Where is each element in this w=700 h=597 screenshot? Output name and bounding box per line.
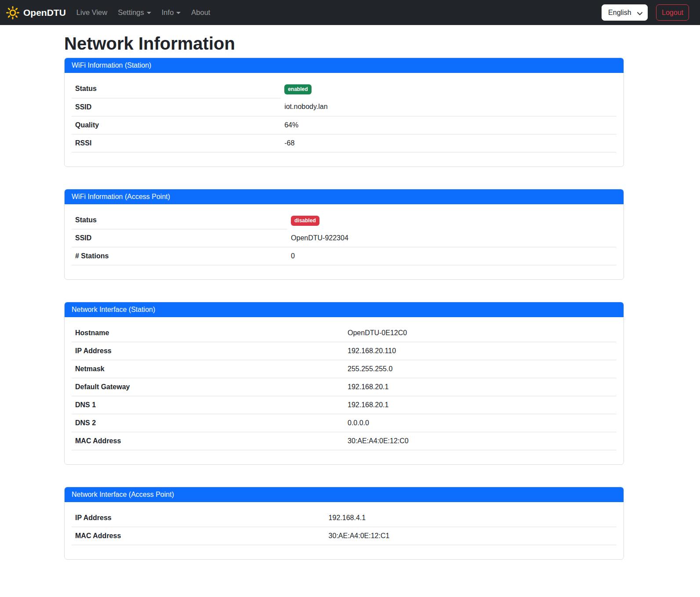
table-row: Status enabled	[72, 80, 617, 98]
row-value: OpenDTU-922304	[287, 229, 617, 247]
table-row: Netmask 255.255.255.0	[72, 360, 617, 378]
nav-item-info[interactable]: Info	[158, 5, 185, 20]
row-value: 30:AE:A4:0E:12:C0	[344, 432, 617, 450]
table-row: Default Gateway 192.168.20.1	[72, 378, 617, 396]
row-label: RSSI	[72, 134, 281, 152]
card-wifi-station: WiFi Information (Station) Status enable…	[64, 58, 624, 167]
card-header: Network Interface (Access Point)	[65, 487, 624, 502]
card-header: WiFi Information (Access Point)	[65, 189, 624, 204]
table-row: Quality 64%	[72, 116, 617, 134]
row-label: Default Gateway	[72, 378, 344, 396]
row-label: MAC Address	[72, 432, 344, 450]
card-header: Network Interface (Station)	[65, 302, 624, 317]
row-label: # Stations	[72, 247, 287, 265]
row-label: SSID	[72, 229, 287, 247]
brand-link[interactable]: OpenDTU	[6, 6, 66, 19]
main-content: Network Information WiFi Information (St…	[64, 33, 624, 560]
row-value: 192.168.4.1	[325, 509, 617, 527]
table-row: IP Address 192.168.4.1	[72, 509, 617, 527]
table-row: MAC Address 30:AE:A4:0E:12:C1	[72, 527, 617, 545]
page-title: Network Information	[64, 33, 624, 54]
brand-label: OpenDTU	[23, 7, 66, 18]
table-row: RSSI -68	[72, 134, 617, 152]
card-body: Hostname OpenDTU-0E12C0 IP Address 192.1…	[65, 317, 624, 464]
info-table: Hostname OpenDTU-0E12C0 IP Address 192.1…	[72, 324, 617, 450]
table-row: IP Address 192.168.20.110	[72, 342, 617, 360]
row-label: Hostname	[72, 324, 344, 342]
row-label: SSID	[72, 98, 281, 116]
row-label: Netmask	[72, 360, 344, 378]
logout-button[interactable]: Logout	[656, 4, 689, 21]
row-value: 0.0.0.0	[344, 414, 617, 432]
row-label: DNS 1	[72, 396, 344, 414]
card-network-interface-station: Network Interface (Station) Hostname Ope…	[64, 302, 624, 465]
table-row: DNS 1 192.168.20.1	[72, 396, 617, 414]
table-row: DNS 2 0.0.0.0	[72, 414, 617, 432]
card-wifi-access-point: WiFi Information (Access Point) Status d…	[64, 189, 624, 280]
card-header: WiFi Information (Station)	[65, 58, 624, 73]
row-value: 0	[287, 247, 617, 265]
table-row: Hostname OpenDTU-0E12C0	[72, 324, 617, 342]
sun-icon	[6, 6, 19, 19]
chevron-down-icon	[176, 12, 181, 14]
row-label: MAC Address	[72, 527, 325, 545]
nav-links: Live View Settings Info About	[71, 5, 216, 20]
info-table: IP Address 192.168.4.1 MAC Address 30:AE…	[72, 509, 617, 545]
nav-item-live-view[interactable]: Live View	[73, 5, 111, 20]
row-label: Status	[72, 80, 281, 98]
table-row: # Stations 0	[72, 247, 617, 265]
nav-item-settings[interactable]: Settings	[114, 5, 155, 20]
nav-item-about[interactable]: About	[188, 5, 214, 20]
info-table: Status enabled SSID iot.nobody.lan Quali…	[72, 80, 617, 152]
row-value: 30:AE:A4:0E:12:C1	[325, 527, 617, 545]
navbar-right: English Logout	[602, 4, 689, 21]
row-label: IP Address	[72, 342, 344, 360]
table-row: MAC Address 30:AE:A4:0E:12:C0	[72, 432, 617, 450]
page: OpenDTU Live View Settings Info About En…	[0, 0, 700, 597]
row-value: 192.168.20.1	[344, 396, 617, 414]
table-row: SSID iot.nobody.lan	[72, 98, 617, 116]
row-value: iot.nobody.lan	[281, 98, 617, 116]
language-select[interactable]: English	[602, 4, 648, 21]
row-label: Quality	[72, 116, 281, 134]
row-value: 192.168.20.1	[344, 378, 617, 396]
row-value: -68	[281, 134, 617, 152]
row-value: 192.168.20.110	[344, 342, 617, 360]
table-row: SSID OpenDTU-922304	[72, 229, 617, 247]
chevron-down-icon	[147, 12, 151, 14]
card-body: IP Address 192.168.4.1 MAC Address 30:AE…	[65, 502, 624, 559]
status-badge: enabled	[284, 84, 311, 94]
row-value: 64%	[281, 116, 617, 134]
row-value: disabled	[287, 211, 617, 229]
card-network-interface-access-point: Network Interface (Access Point) IP Addr…	[64, 487, 624, 560]
table-row: Status disabled	[72, 211, 617, 229]
row-value: enabled	[281, 80, 617, 98]
card-body: Status disabled SSID OpenDTU-922304 # St…	[65, 204, 624, 280]
row-label: IP Address	[72, 509, 325, 527]
status-badge: disabled	[291, 216, 319, 226]
row-value: 255.255.255.0	[344, 360, 617, 378]
navbar: OpenDTU Live View Settings Info About En…	[0, 0, 700, 25]
row-label: Status	[72, 211, 287, 229]
row-value: OpenDTU-0E12C0	[344, 324, 617, 342]
info-table: Status disabled SSID OpenDTU-922304 # St…	[72, 211, 617, 266]
row-label: DNS 2	[72, 414, 344, 432]
card-body: Status enabled SSID iot.nobody.lan Quali…	[65, 73, 624, 166]
